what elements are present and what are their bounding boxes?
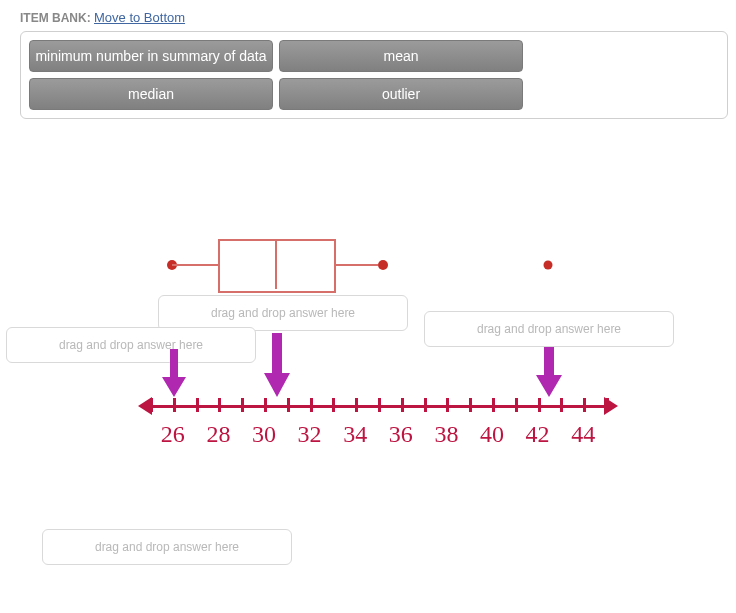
whisker-right-line: [332, 264, 378, 266]
axis-tick: [310, 398, 313, 412]
axis-tick-label: 36: [389, 421, 413, 448]
arrow-to-26: [160, 349, 188, 401]
box: [218, 239, 336, 293]
axis-tick: [332, 398, 335, 412]
axis-tick: [560, 398, 563, 412]
outlier-dot: [544, 261, 553, 270]
whisker-left-line: [172, 264, 218, 266]
axis-tick: [515, 398, 518, 412]
axis-tick: [446, 398, 449, 412]
dropzone-minimum[interactable]: drag and drop answer here: [6, 327, 256, 363]
bank-tile-outlier[interactable]: outlier: [279, 78, 523, 110]
axis-tick-label: 30: [252, 421, 276, 448]
axis-tick: [424, 398, 427, 412]
axis-tick-label: 32: [298, 421, 322, 448]
axis-tick: [173, 398, 176, 412]
axis-tick-label: 40: [480, 421, 504, 448]
dropzone-extra[interactable]: drag and drop answer here: [42, 529, 292, 565]
axis-tick-label: 44: [571, 421, 595, 448]
axis-tick-label: 26: [161, 421, 185, 448]
whisker-max-dot: [378, 260, 388, 270]
axis-tick: [538, 398, 541, 412]
axis-tick: [241, 398, 244, 412]
axis-tick-label: 42: [526, 421, 550, 448]
item-bank-label: ITEM BANK:: [20, 11, 91, 25]
axis-tick: [378, 398, 381, 412]
bank-tile-median[interactable]: median: [29, 78, 273, 110]
diagram-canvas: drag and drop answer here drag and drop …: [0, 119, 736, 613]
axis-tick: [150, 398, 153, 412]
bank-tile-mean[interactable]: mean: [279, 40, 523, 72]
axis-tick: [355, 398, 358, 412]
axis-tick: [287, 398, 290, 412]
axis-tick: [606, 398, 609, 412]
axis-tick-label: 28: [206, 421, 230, 448]
box-median-line: [275, 239, 277, 289]
dropzone-outlier[interactable]: drag and drop answer here: [424, 311, 674, 347]
axis-tick-label: 38: [434, 421, 458, 448]
dropzone-median[interactable]: drag and drop answer here: [158, 295, 408, 331]
axis-tick: [264, 398, 267, 412]
item-bank-header: ITEM BANK: Move to Bottom: [0, 0, 736, 25]
axis-tick: [401, 398, 404, 412]
arrow-to-30: [262, 333, 292, 401]
bank-tile-minimum[interactable]: minimum number in summary of data: [29, 40, 273, 72]
axis-tick: [492, 398, 495, 412]
item-bank: minimum number in summary of data mean m…: [20, 31, 728, 119]
axis-tick: [196, 398, 199, 412]
move-to-bottom-link[interactable]: Move to Bottom: [94, 10, 185, 25]
axis-tick: [583, 398, 586, 412]
axis-tick-label: 34: [343, 421, 367, 448]
axis-tick: [469, 398, 472, 412]
arrow-to-44: [534, 347, 564, 401]
axis-tick: [218, 398, 221, 412]
